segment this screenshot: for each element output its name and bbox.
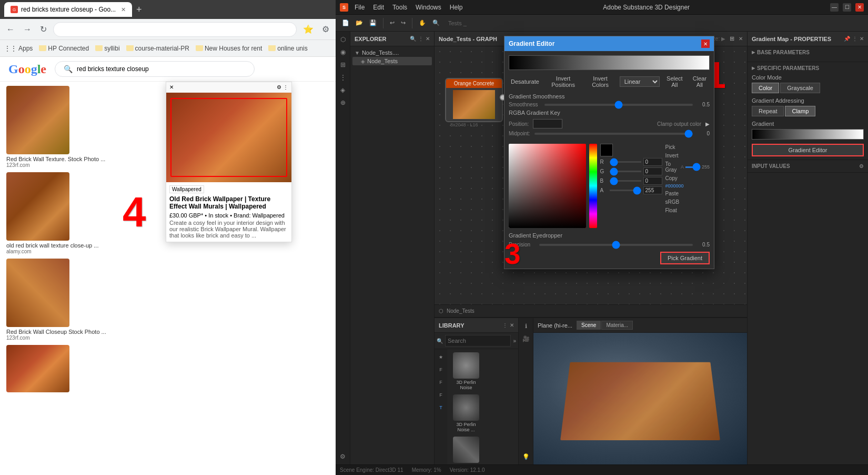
graph-node-orange-concrete[interactable]: Orange Concrete: [445, 78, 503, 122]
preview-close[interactable]: ✕: [169, 84, 174, 90]
gradient-editor-close-btn[interactable]: ✕: [701, 39, 710, 48]
toolbar-new[interactable]: 📄: [340, 18, 351, 27]
toolbar-open[interactable]: 📂: [354, 18, 365, 27]
g-slider[interactable]: [610, 171, 641, 172]
color-mode-color-btn[interactable]: Color: [752, 83, 779, 93]
precision-slider[interactable]: [539, 244, 693, 246]
tab-material[interactable]: Materia...: [601, 321, 633, 330]
library-item-1[interactable]: 3D Perlin Noise: [450, 352, 482, 390]
tree-item-node-tests[interactable]: ◈ Node_Tests: [352, 57, 432, 65]
cat-btn-4[interactable]: F: [435, 389, 447, 401]
new-tab-btn[interactable]: +: [136, 4, 142, 15]
prop-menu-btn[interactable]: ⋮: [852, 36, 857, 42]
bookmark-course-material[interactable]: course-material-PR: [126, 45, 189, 52]
result-image-3[interactable]: [6, 259, 69, 327]
sidebar-icon-2[interactable]: ◉: [337, 46, 349, 58]
cat-btn-2[interactable]: F: [435, 364, 447, 375]
bookmark-online-unis[interactable]: online unis: [268, 45, 307, 52]
invert-btn[interactable]: Invert: [665, 152, 710, 159]
sidebar-icon-5[interactable]: ◈: [337, 84, 349, 96]
tree-item-node-tests-parent[interactable]: ▼ Node_Tests....: [352, 48, 432, 57]
library-expand-btn[interactable]: »: [513, 338, 516, 344]
menu-help[interactable]: Help: [450, 4, 463, 11]
sidebar-icon-1[interactable]: ⬡: [337, 34, 349, 45]
float-btn[interactable]: Float: [665, 207, 710, 214]
bottom-sidebar-icon-3[interactable]: 💡: [520, 451, 532, 462]
select-all-btn[interactable]: Select All: [664, 74, 685, 89]
google-search-box[interactable]: 🔍 red bricks texture closeup: [55, 61, 255, 77]
tab-close-btn[interactable]: ✕: [121, 6, 126, 13]
midpoint-slider[interactable]: [534, 133, 693, 135]
clamp-toggle[interactable]: ▶: [705, 121, 710, 127]
prop-close-btn[interactable]: ✕: [860, 36, 864, 42]
toolbar-pan[interactable]: ✋: [417, 18, 428, 27]
browser-tab[interactable]: G red bricks texture closeup - Goo... ✕: [4, 2, 132, 17]
library-item-2[interactable]: 3D Perlin Noise ...: [450, 394, 482, 432]
a-slider[interactable]: [610, 190, 641, 191]
address-bar[interactable]: google.com/search?q=red+bricks+texture+c…: [53, 22, 297, 37]
srgb-btn[interactable]: sRGB: [665, 199, 710, 205]
color-saturation-picker[interactable]: [509, 144, 586, 228]
tests-tab[interactable]: Tests _: [448, 20, 467, 26]
b-slider[interactable]: [610, 180, 641, 182]
invert-colors-btn[interactable]: Invert Colors: [585, 74, 615, 89]
copy-btn[interactable]: Copy: [665, 175, 710, 182]
position-input[interactable]: 0.000: [533, 119, 562, 128]
toolbar-zoom[interactable]: 🔍: [430, 18, 442, 27]
back-btn[interactable]: ←: [4, 23, 17, 36]
pick-gradient-btn[interactable]: Pick Gradient: [660, 252, 710, 264]
library-search-icon[interactable]: 🔍: [437, 338, 443, 344]
cat-btn-1[interactable]: ★: [435, 351, 447, 363]
bookmark-btn[interactable]: ⭐: [301, 22, 316, 36]
menu-edit[interactable]: Edit: [373, 4, 384, 11]
invert-positions-btn[interactable]: Invert Positions: [546, 74, 581, 89]
minimize-btn[interactable]: —: [830, 3, 839, 12]
toolbar-undo[interactable]: ↩: [388, 18, 397, 27]
sidebar-icon-4[interactable]: ⋮: [337, 72, 349, 83]
library-menu-btn[interactable]: ⋮: [502, 322, 508, 328]
library-close-btn[interactable]: ✕: [510, 322, 514, 328]
color-hue-strip[interactable]: [589, 144, 597, 228]
input-values-settings-btn[interactable]: ⚙: [859, 163, 864, 169]
interpolation-select[interactable]: Linear Ease In Ease Out: [620, 76, 660, 87]
toolbar-redo[interactable]: ↪: [399, 18, 408, 27]
result-image-4[interactable]: [6, 345, 69, 392]
sidebar-icon-7[interactable]: ⚙: [337, 451, 349, 462]
explorer-menu-btn[interactable]: ⋮: [418, 36, 423, 42]
bookmark-new-houses[interactable]: New Houses for rent: [196, 45, 262, 52]
result-image-1[interactable]: [6, 86, 69, 154]
tab-scene[interactable]: Scene: [577, 321, 601, 330]
graph-btn-zoom[interactable]: ⊞: [728, 34, 736, 43]
gradient-addr-clamp-btn[interactable]: Clamp: [785, 106, 815, 116]
pick-btn[interactable]: Pick: [665, 144, 710, 151]
gradient-editor-open-btn[interactable]: Gradient Editor: [752, 144, 864, 156]
b-input[interactable]: [643, 177, 662, 185]
r-slider[interactable]: [610, 161, 641, 163]
clear-all-btn[interactable]: Clear All: [690, 74, 710, 89]
a-input[interactable]: [643, 186, 662, 194]
menu-file[interactable]: File: [355, 4, 365, 11]
reload-btn[interactable]: ↻: [38, 22, 49, 36]
gradient-editor-preview[interactable]: [509, 55, 710, 70]
sidebar-icon-6[interactable]: ⊕: [337, 97, 349, 108]
gradient-addr-repeat-btn[interactable]: Repeat: [752, 106, 784, 116]
g-input[interactable]: [643, 167, 662, 175]
to-gray-slider[interactable]: [685, 166, 701, 168]
sidebar-icon-3[interactable]: ⊞: [337, 59, 349, 71]
extensions-btn[interactable]: ⚙: [320, 22, 331, 36]
bookmark-apps[interactable]: ⋮⋮ Apps: [4, 45, 33, 52]
cat-btn-5[interactable]: T: [435, 402, 447, 413]
library-item-3[interactable]: 3D Ridged: [450, 437, 482, 464]
menu-tools[interactable]: Tools: [392, 4, 407, 11]
bottom-sidebar-icon-1[interactable]: ℹ: [520, 320, 532, 332]
toolbar-save[interactable]: 💾: [367, 18, 379, 27]
menu-windows[interactable]: Windows: [416, 4, 441, 11]
graph-close-btn[interactable]: ✕: [739, 36, 743, 42]
bookmark-syllibi[interactable]: syllibi: [95, 45, 119, 52]
paste-btn[interactable]: Paste: [665, 190, 710, 197]
library-search-input[interactable]: [445, 335, 511, 347]
desaturate-btn[interactable]: Desaturate: [509, 77, 541, 86]
bookmark-hp-connected[interactable]: HP Connected: [39, 45, 89, 52]
forward-btn[interactable]: →: [21, 23, 34, 36]
smoothness-slider[interactable]: [544, 104, 693, 106]
